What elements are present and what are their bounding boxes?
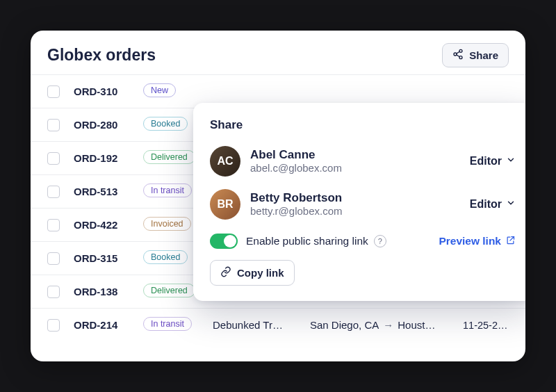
link-icon bbox=[220, 266, 231, 279]
row-checkbox[interactable] bbox=[47, 252, 60, 265]
svg-line-3 bbox=[457, 51, 460, 54]
row-checkbox[interactable] bbox=[47, 319, 60, 332]
person-email: betty.r@globex.com bbox=[250, 205, 460, 218]
public-share-toggle[interactable] bbox=[210, 234, 238, 249]
status-badge: Delivered bbox=[143, 284, 195, 297]
public-share-row: Enable public sharing link ? Preview lin… bbox=[210, 228, 516, 249]
person-name: Abel Canne bbox=[250, 147, 460, 162]
role-dropdown[interactable]: Editor bbox=[470, 198, 516, 211]
copy-link-label: Copy link bbox=[237, 267, 284, 279]
route-cell: San Diego, CA→Houst… bbox=[310, 319, 456, 331]
avatar: BR bbox=[210, 189, 240, 220]
status-badge: Invoiced bbox=[143, 217, 191, 231]
company-cell: Debunked Tr… bbox=[213, 319, 303, 331]
share-button[interactable]: Share bbox=[442, 43, 509, 67]
chevron-down-icon bbox=[506, 155, 516, 168]
status-badge: New bbox=[143, 83, 176, 97]
svg-line-4 bbox=[457, 55, 460, 57]
row-checkbox[interactable] bbox=[47, 85, 60, 98]
order-id: ORD-192 bbox=[74, 152, 136, 164]
role-label: Editor bbox=[470, 198, 502, 211]
order-id: ORD-214 bbox=[74, 319, 136, 331]
order-id: ORD-280 bbox=[74, 119, 136, 131]
external-link-icon bbox=[505, 235, 516, 248]
chevron-down-icon bbox=[506, 198, 516, 211]
row-checkbox[interactable] bbox=[47, 119, 60, 131]
order-id: ORD-422 bbox=[74, 219, 136, 231]
role-dropdown[interactable]: Editor bbox=[470, 155, 516, 168]
share-people-list: ACAbel Canneabel.c@globex.comEditorBRBet… bbox=[210, 142, 516, 228]
share-button-label: Share bbox=[469, 49, 498, 61]
status-badge: Delivered bbox=[143, 150, 195, 164]
order-id: ORD-315 bbox=[74, 252, 136, 264]
person-info: Abel Canneabel.c@globex.com bbox=[250, 147, 460, 175]
status-badge: In transit bbox=[143, 183, 192, 197]
row-checkbox[interactable] bbox=[47, 286, 60, 298]
popover-title: Share bbox=[210, 118, 516, 132]
person-info: Betty Robertsonbetty.r@globex.com bbox=[250, 190, 460, 218]
row-checkbox[interactable] bbox=[47, 186, 60, 198]
arrow-right-icon: → bbox=[383, 319, 393, 331]
share-person: BRBetty Robertsonbetty.r@globex.comEdito… bbox=[210, 185, 516, 228]
avatar: AC bbox=[210, 146, 240, 177]
page-title: Globex orders bbox=[47, 46, 156, 65]
topbar: Globex orders Share bbox=[31, 31, 525, 72]
orders-panel: Globex orders Share ORD-310NewORD-280Boo… bbox=[31, 31, 525, 361]
origin: San Diego, CA bbox=[310, 319, 379, 331]
order-id: ORD-138 bbox=[74, 286, 136, 297]
share-person: ACAbel Canneabel.c@globex.comEditor bbox=[210, 142, 516, 185]
status-badge: Booked bbox=[143, 117, 188, 131]
row-checkbox[interactable] bbox=[47, 152, 60, 165]
person-email: abel.c@globex.com bbox=[250, 162, 460, 175]
preview-link-label: Preview link bbox=[439, 235, 501, 247]
row-checkbox[interactable] bbox=[47, 219, 60, 231]
copy-link-button[interactable]: Copy link bbox=[210, 260, 295, 286]
share-popover: Share ACAbel Canneabel.c@globex.comEdito… bbox=[193, 103, 525, 301]
status-badge: Booked bbox=[143, 250, 188, 264]
role-label: Editor bbox=[470, 155, 502, 168]
status-badge: In transit bbox=[143, 317, 192, 331]
timestamp-cell: 11-25-2023 @ 21:00 bbox=[463, 320, 509, 331]
order-id: ORD-513 bbox=[74, 186, 136, 197]
help-icon[interactable]: ? bbox=[374, 235, 386, 247]
preview-link[interactable]: Preview link bbox=[439, 235, 516, 248]
destination: Houst… bbox=[398, 319, 435, 331]
public-share-label: Enable public sharing link bbox=[246, 235, 368, 247]
share-icon bbox=[452, 49, 464, 62]
person-name: Betty Robertson bbox=[250, 190, 460, 205]
table-row: ORD-214In transitDebunked Tr…San Diego, … bbox=[31, 308, 525, 341]
order-id: ORD-310 bbox=[74, 85, 136, 97]
